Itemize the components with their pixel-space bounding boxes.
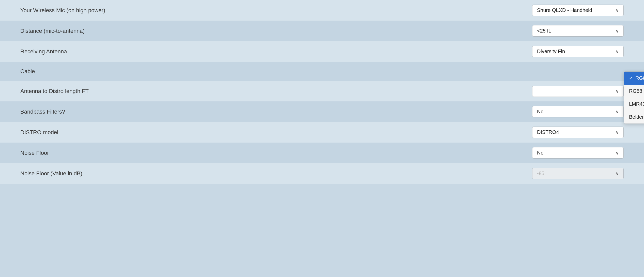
select-value: Shure QLXD - Handheld <box>537 7 592 13</box>
select-noise-floor[interactable]: No∨ <box>532 147 624 159</box>
chevron-down-icon: ∨ <box>616 28 619 34</box>
control-noise-floor: No∨ <box>532 147 624 159</box>
form-row-noise-floor: Noise FloorNo∨ <box>0 143 644 163</box>
form-row-bandpass: Bandpass Filters?No∨ <box>0 101 644 122</box>
dropdown-item-rg8x[interactable]: ✓ RG8X <box>624 72 644 85</box>
cable-dropdown-menu: ✓ RG8XRG58LMR400Belden 9913F7 <box>624 71 644 124</box>
label-wireless-mic: Your Wireless Mic (on high power) <box>20 7 105 14</box>
form-row-cable: Cable✓ RG8XRG58LMR400Belden 9913F7 <box>0 62 644 81</box>
select-value: DISTRO4 <box>537 129 559 135</box>
form-row-receiving-antenna: Receiving AntennaDiversity Fin∨ <box>0 41 644 62</box>
dropdown-item-rg58[interactable]: RG58 <box>624 85 644 98</box>
label-antenna-distro: Antenna to Distro length FT <box>20 88 89 95</box>
control-noise-floor-value: -85∨ <box>532 168 624 179</box>
chevron-down-icon: ∨ <box>616 109 619 115</box>
select-bandpass[interactable]: No∨ <box>532 106 624 117</box>
select-distro-model[interactable]: DISTRO4∨ <box>532 127 624 138</box>
select-value: No <box>537 109 544 115</box>
form-row-wireless-mic: Your Wireless Mic (on high power)Shure Q… <box>0 0 644 21</box>
select-receiving-antenna[interactable]: Diversity Fin∨ <box>532 46 624 57</box>
dropdown-item-label: LMR400 <box>629 101 644 107</box>
chevron-down-icon: ∨ <box>616 171 619 176</box>
label-noise-floor: Noise Floor <box>20 150 49 156</box>
chevron-down-icon: ∨ <box>616 88 619 94</box>
select-value: -85 <box>537 171 544 176</box>
check-icon: ✓ <box>629 75 633 81</box>
form-row-noise-floor-value: Noise Floor (Value in dB)-85∨ <box>0 163 644 184</box>
label-bandpass: Bandpass Filters? <box>20 109 65 115</box>
label-noise-floor-value: Noise Floor (Value in dB) <box>20 170 82 177</box>
control-receiving-antenna: Diversity Fin∨ <box>532 46 624 57</box>
chevron-down-icon: ∨ <box>616 150 619 156</box>
label-distro-model: DISTRO model <box>20 129 58 136</box>
chevron-down-icon: ∨ <box>616 8 619 13</box>
chevron-down-icon: ∨ <box>616 130 619 135</box>
control-wireless-mic: Shure QLXD - Handheld∨ <box>532 5 624 16</box>
control-antenna-distro: ∨ <box>532 86 624 97</box>
label-receiving-antenna: Receiving Antenna <box>20 48 67 55</box>
select-wireless-mic[interactable]: Shure QLXD - Handheld∨ <box>532 5 624 16</box>
form-container: Your Wireless Mic (on high power)Shure Q… <box>0 0 644 184</box>
dropdown-item-label: Belden 9913F7 <box>629 114 644 120</box>
select-antenna-distro[interactable]: ∨ <box>532 86 624 97</box>
label-cable: Cable <box>20 68 35 75</box>
dropdown-item-lmr400[interactable]: LMR400 <box>624 98 644 111</box>
select-value: <25 ft. <box>537 28 551 34</box>
control-bandpass: No∨ <box>532 106 624 117</box>
dropdown-item-label: RG58 <box>629 88 642 94</box>
form-row-distance: Distance (mic-to-antenna)<25 ft.∨ <box>0 21 644 41</box>
select-value: No <box>537 150 544 156</box>
select-value: Diversity Fin <box>537 49 565 54</box>
label-distance: Distance (mic-to-antenna) <box>20 28 85 34</box>
form-row-distro-model: DISTRO modelDISTRO4∨ <box>0 122 644 143</box>
control-distance: <25 ft.∨ <box>532 25 624 37</box>
dropdown-item-label: RG8X <box>635 75 644 81</box>
form-row-antenna-distro: Antenna to Distro length FT∨ <box>0 81 644 101</box>
dropdown-item-belden-9913f7[interactable]: Belden 9913F7 <box>624 111 644 124</box>
select-noise-floor-value[interactable]: -85∨ <box>532 168 624 179</box>
chevron-down-icon: ∨ <box>616 49 619 54</box>
select-distance[interactable]: <25 ft.∨ <box>532 25 624 37</box>
control-distro-model: DISTRO4∨ <box>532 127 624 138</box>
